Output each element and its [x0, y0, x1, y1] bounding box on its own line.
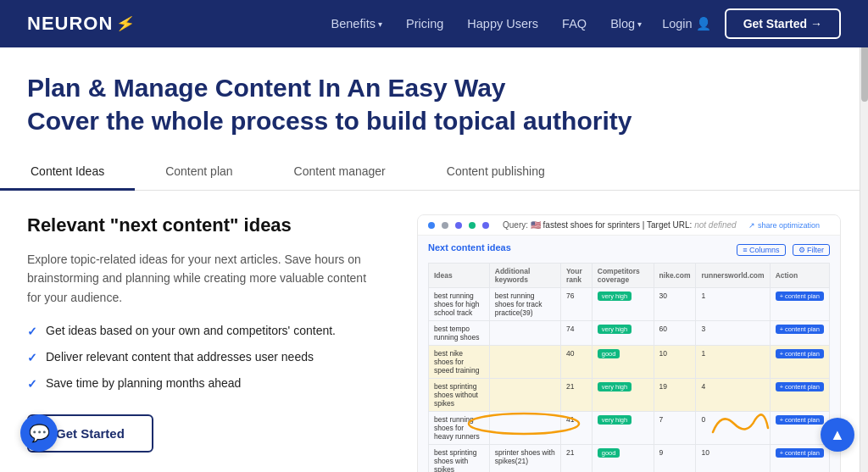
tab-content-publishing[interactable]: Content publishing [416, 154, 576, 191]
hero-section: Plan & Manage Content In An Easy Way Cov… [0, 47, 868, 137]
col-runners: runnersworld.com [696, 264, 770, 288]
table-row: best sprinting shoes without spikes 21 v… [429, 379, 830, 412]
tab-content-ideas[interactable]: Content Ideas [0, 154, 135, 191]
login-link[interactable]: Login 👤 [662, 17, 710, 31]
chevron-down-icon: ▾ [637, 19, 642, 29]
check-icon: ✓ [27, 377, 37, 391]
nav-blog[interactable]: Blog ▾ [610, 17, 642, 31]
main-content: Relevant "next content" ideas Explore to… [0, 191, 868, 472]
chat-button[interactable]: 💬 [20, 414, 58, 452]
left-panel: Relevant "next content" ideas Explore to… [27, 214, 383, 472]
table-row: best sprinting shoes with spikes sprinte… [429, 445, 830, 473]
chat-icon: 💬 [29, 423, 50, 443]
table-row: best tempo running shoes 74 very high 60… [429, 321, 830, 346]
mockup-toolbar: Query: 🇺🇸 fastest shoes for sprinters | … [418, 215, 840, 236]
flag-icon: 🇺🇸 [531, 220, 541, 230]
nav-pricing[interactable]: Pricing [406, 17, 443, 31]
mockup-panel: Query: 🇺🇸 fastest shoes for sprinters | … [417, 214, 841, 472]
logo-text: NEURON [27, 13, 113, 35]
col-ideas: Ideas [429, 264, 490, 288]
content-tabs: Content Ideas Content plan Content manag… [0, 154, 868, 191]
col-keywords: Additional keywords [489, 264, 560, 288]
nav-benefits[interactable]: Benefits ▾ [331, 17, 382, 31]
columns-button[interactable]: ≡ Columns [737, 244, 785, 256]
col-action: Action [770, 264, 829, 288]
toolbar-dot-5 [482, 222, 489, 229]
navigation: NEURON ⚡ Benefits ▾ Pricing Happy Users … [0, 0, 868, 47]
logo-icon: ⚡ [115, 13, 137, 35]
feature-item: ✓ Save time by planning months ahead [27, 376, 383, 391]
nav-happy-users[interactable]: Happy Users [467, 17, 538, 31]
tab-content-manager[interactable]: Content manager [264, 154, 416, 191]
check-icon: ✓ [27, 351, 37, 364]
toolbar-dot-3 [455, 222, 462, 229]
section-description: Explore topic-related ideas for your nex… [27, 250, 383, 307]
table-row: best running shoes for heavy runners 41 … [429, 412, 830, 445]
features-list: ✓ Get ideas based on your own and compet… [27, 324, 383, 391]
logo[interactable]: NEURON ⚡ [27, 13, 136, 35]
nav-cta-button[interactable]: Get Started → [725, 8, 841, 39]
section-heading: Relevant "next content" ideas [27, 214, 383, 236]
hero-headline: Plan & Manage Content In An Easy Way Cov… [27, 71, 841, 137]
mockup-table-area: Next content ideas ≡ Columns ⚙ Filter Id… [418, 236, 840, 472]
check-icon: ✓ [27, 325, 37, 338]
feature-item: ✓ Get ideas based on your own and compet… [27, 324, 383, 338]
content-ideas-table: Ideas Additional keywords Your rank Comp… [428, 263, 830, 472]
col-nike: nike.com [654, 264, 696, 288]
toolbar-dot-1 [428, 222, 435, 229]
col-rank: Your rank [561, 264, 593, 288]
user-icon: 👤 [696, 17, 711, 31]
arrow-up-icon: ▲ [830, 426, 845, 444]
col-coverage: Competitors coverage [592, 264, 654, 288]
toolbar-dot-4 [469, 222, 476, 229]
table-row: best nike shoes for speed training 40 go… [429, 346, 830, 379]
next-content-ideas-title: Next content ideas [428, 242, 511, 253]
table-row: best running shoes for high school track… [429, 288, 830, 321]
tab-content-plan[interactable]: Content plan [135, 154, 263, 191]
nav-faq[interactable]: FAQ [562, 17, 587, 31]
feature-item: ✓ Deliver relevant content that addresse… [27, 350, 383, 364]
filter-button[interactable]: ⚙ Filter [793, 244, 831, 256]
toolbar-dot-2 [442, 222, 448, 229]
chevron-down-icon: ▾ [378, 19, 382, 29]
mockup-query: Query: 🇺🇸 fastest shoes for sprinters | … [503, 220, 820, 230]
page-scrollbar[interactable] [860, 0, 868, 472]
nav-links: Benefits ▾ Pricing Happy Users FAQ Blog … [331, 17, 643, 31]
scroll-to-top-button[interactable]: ▲ [821, 418, 854, 452]
